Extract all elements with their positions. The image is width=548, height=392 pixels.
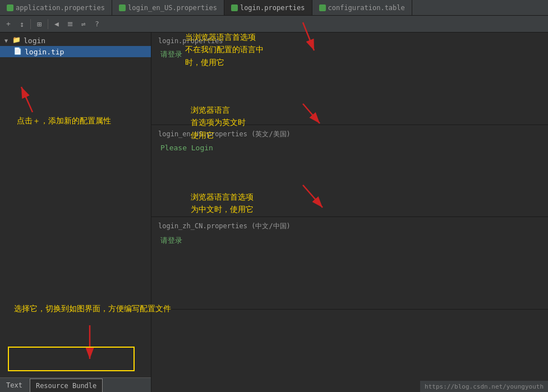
file-icon: 📄 [13,47,22,56]
arrange-button[interactable]: ≡ [64,18,76,30]
bottom-tabs: Text Resource Bundle [0,377,151,392]
tab-login-properties[interactable]: login.properties [224,0,312,15]
folder-icon: 📁 [12,36,21,45]
bottom-tab-resource-bundle[interactable]: Resource Bundle [30,379,103,392]
right-panel: login.properties 请登录 login_en_US.propert… [151,33,548,392]
help-button[interactable]: ? [91,18,103,30]
tab-configuration[interactable]: configuration.table [312,0,412,15]
tree-label-login-tip: login.tip [25,48,64,56]
tab-icon-en [119,4,126,11]
tree-item-login-tip[interactable]: 📄 login.tip [0,46,151,57]
section-title-en: login_en_US.properties (英文/美国) [158,130,541,139]
section-title-cn: login_zh_CN.properties (中文/中国) [158,222,541,231]
tab-login-en[interactable]: login_en_US.properties [112,0,224,15]
add-button[interactable]: + [2,18,15,30]
main-container: ▼ 📁 login 📄 login.tip Text Resource Bund… [0,33,548,392]
tree-container: ▼ 📁 login 📄 login.tip [0,33,151,377]
split-button[interactable]: ⇌ [77,18,90,30]
tree-label-login: login [24,36,45,45]
empty-space [151,310,548,393]
toolbar-separator-1 [30,19,31,29]
tab-application-properties[interactable]: application.properties [0,0,112,15]
section-value-cn: 请登录 [158,234,541,247]
tree-item-login[interactable]: ▼ 📁 login [0,35,151,46]
section-login-default: login.properties 请登录 [151,33,548,125]
grid-button[interactable]: ⊞ [33,18,45,30]
tab-icon-login [231,4,238,11]
toolbar: + ↕ ⊞ ◀ ≡ ⇌ ? [0,16,548,33]
arrow-left-button[interactable]: ◀ [50,18,63,30]
section-login-en: login_en_US.properties (英文/美国) Please Lo… [151,125,548,218]
toolbar-separator-2 [48,19,48,29]
section-value-default: 请登录 [158,48,541,61]
tabs-bar: application.properties login_en_US.prope… [0,0,548,16]
tree-arrow-login: ▼ [4,38,12,44]
left-panel: ▼ 📁 login 📄 login.tip Text Resource Bund… [0,33,151,392]
url-bar: https://blog.csdn.net/youngyouth [420,381,548,392]
section-title-default: login.properties [158,37,541,45]
tab-icon-config [319,4,326,11]
sort-button[interactable]: ↕ [16,18,28,30]
bottom-tab-text[interactable]: Text [0,378,29,392]
section-value-en: Please Login [158,142,541,153]
tab-icon-app [7,4,13,11]
section-login-cn: login_zh_CN.properties (中文/中国) 请登录 [151,217,548,310]
